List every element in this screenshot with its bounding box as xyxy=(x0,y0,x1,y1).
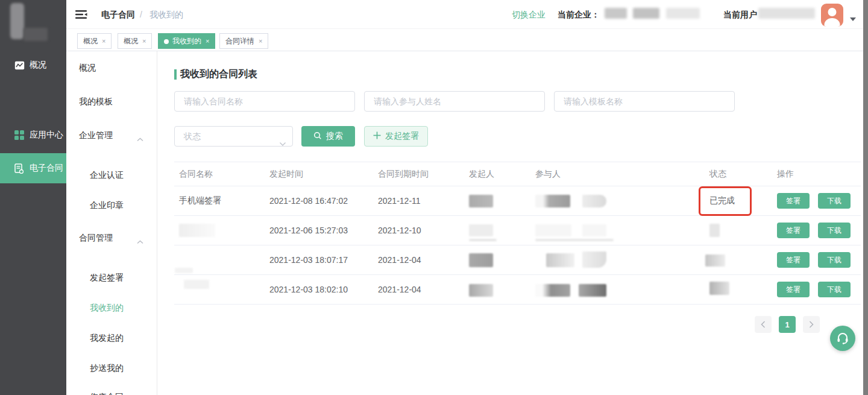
sign-button[interactable]: 签署 xyxy=(777,252,810,268)
user-avatar[interactable] xyxy=(821,4,843,27)
text-remnant-redacted xyxy=(535,239,614,241)
sidebar-item-label: 应用中心 xyxy=(30,130,63,141)
sign-button[interactable]: 签署 xyxy=(777,193,810,209)
status-redacted xyxy=(709,224,720,237)
module-nav-sidebar: 概况 我的模板 企业管理 企业认证 企业印章 合同管理 发起签署 我收到的 我发… xyxy=(66,51,157,395)
status-redacted xyxy=(705,254,725,267)
search-button-label: 搜索 xyxy=(326,131,343,142)
vertical-scrollbar[interactable] xyxy=(863,0,868,395)
col-header-start-time: 发起时间 xyxy=(269,169,303,180)
company-name-redacted xyxy=(666,8,700,19)
pagination-page-1[interactable]: 1 xyxy=(779,316,796,333)
download-button[interactable]: 下载 xyxy=(818,223,851,238)
sign-button[interactable]: 签署 xyxy=(777,282,810,297)
nav-item-cc-to-me[interactable]: 抄送我的 xyxy=(66,362,157,374)
nav-item-my-templates[interactable]: 我的模板 xyxy=(66,95,157,107)
sidebar-item-label: 电子合同 xyxy=(30,163,63,174)
nav-item-company-seal[interactable]: 企业印章 xyxy=(66,199,157,211)
title-accent-bar xyxy=(174,69,177,80)
contracts-table: 合同名称 发起时间 合同到期时间 发起人 参与人 状态 操作 手机端签署 202… xyxy=(174,162,861,305)
nav-label: 我的模板 xyxy=(79,96,113,106)
nav-label: 合同管理 xyxy=(79,233,113,242)
tab-overview-2[interactable]: 概况× xyxy=(118,33,152,49)
status-text: 已完成 xyxy=(709,195,735,206)
chevron-up-icon xyxy=(137,133,143,145)
participant-redacted xyxy=(582,251,606,268)
tab-overview-1[interactable]: 概况× xyxy=(77,33,112,49)
close-icon[interactable]: × xyxy=(259,37,262,45)
nav-group-contract-management[interactable]: 合同管理 xyxy=(66,232,157,244)
app-sidebar: 概况 应用中心 电子合同 xyxy=(0,0,66,395)
nav-item-initiated-by-me[interactable]: 我发起的 xyxy=(66,332,157,344)
search-button[interactable]: 搜索 xyxy=(301,126,355,147)
pagination-next-button[interactable] xyxy=(803,316,820,333)
nav-item-voided-contracts[interactable]: 作废合同 xyxy=(66,391,157,395)
nav-label: 我收到的 xyxy=(90,303,124,312)
initiator-redacted xyxy=(469,224,493,236)
download-button[interactable]: 下载 xyxy=(818,252,851,268)
switch-company-link[interactable]: 切换企业 xyxy=(512,10,546,21)
breadcrumb-current: 我收到的 xyxy=(149,10,183,21)
expire-time: 2021-12-10 xyxy=(378,226,421,235)
contract-name-redacted xyxy=(175,268,193,273)
collapse-menu-icon[interactable] xyxy=(75,10,87,22)
initiator-redacted xyxy=(469,284,493,297)
tab-label: 合同详情 xyxy=(225,37,254,45)
col-header-contract-name: 合同名称 xyxy=(179,169,213,180)
sidebar-item-label: 概况 xyxy=(30,60,46,71)
nav-label: 抄送我的 xyxy=(90,363,124,373)
nav-group-company-management[interactable]: 企业管理 xyxy=(66,129,157,141)
breadcrumb-separator: / xyxy=(140,10,142,19)
sidebar-item-overview[interactable]: 概况 xyxy=(0,52,66,78)
download-button[interactable]: 下载 xyxy=(818,193,851,209)
nav-item-received[interactable]: 我收到的 xyxy=(66,302,157,314)
status-select[interactable]: 状态 xyxy=(174,126,293,147)
user-menu-caret-icon[interactable] xyxy=(850,17,856,21)
nav-label: 概况 xyxy=(79,63,96,72)
chart-icon xyxy=(14,60,25,71)
chevron-up-icon xyxy=(137,235,143,247)
current-user-label: 当前用户 xyxy=(723,10,757,21)
chevron-down-icon xyxy=(279,134,286,153)
search-icon xyxy=(313,131,322,142)
nav-item-company-verify[interactable]: 企业认证 xyxy=(66,169,157,181)
template-name-input[interactable] xyxy=(554,91,735,112)
person-icon xyxy=(821,4,843,27)
company-name-redacted xyxy=(605,8,627,19)
logo-redacted-2 xyxy=(24,28,48,41)
nav-item-initiate-sign[interactable]: 发起签署 xyxy=(66,271,157,283)
initiate-sign-button[interactable]: 发起签署 xyxy=(364,126,428,147)
participant-redacted xyxy=(579,284,606,297)
participant-redacted xyxy=(582,195,606,207)
nav-label: 企业管理 xyxy=(79,130,113,140)
sidebar-item-econtract[interactable]: 电子合同 xyxy=(0,153,66,183)
participant-redacted xyxy=(535,284,570,297)
start-time: 2021-12-03 18:07:17 xyxy=(269,255,348,265)
start-time: 2021-12-08 16:47:02 xyxy=(269,196,348,206)
initiate-sign-label: 发起签署 xyxy=(385,131,419,142)
tab-contract-detail[interactable]: 合同详情× xyxy=(219,33,268,49)
logo-redacted xyxy=(10,3,24,39)
close-icon[interactable]: × xyxy=(142,37,146,45)
nav-label: 企业印章 xyxy=(90,200,124,210)
close-icon[interactable]: × xyxy=(206,37,209,45)
participant-name-input[interactable] xyxy=(364,91,545,112)
tab-label: 概况 xyxy=(83,37,98,45)
contract-name-redacted xyxy=(184,280,209,289)
plus-icon xyxy=(373,131,381,141)
customer-support-button[interactable] xyxy=(830,326,855,351)
tab-received-active[interactable]: 我收到的× xyxy=(158,33,215,49)
breadcrumb-root[interactable]: 电子合同 xyxy=(101,10,135,21)
sign-button[interactable]: 签署 xyxy=(777,223,810,238)
tab-label: 概况 xyxy=(124,37,138,45)
status-select-placeholder: 状态 xyxy=(184,131,201,141)
pagination-prev-button[interactable] xyxy=(755,316,772,333)
text-remnant-redacted xyxy=(469,239,497,241)
contract-name-input[interactable] xyxy=(174,91,355,112)
nav-item-overview[interactable]: 概况 xyxy=(66,62,157,74)
table-row: 2021-12-06 15:27:03 2021-12-10 签署 下载 xyxy=(174,216,861,245)
sidebar-item-app-center[interactable]: 应用中心 xyxy=(0,122,66,148)
nav-label: 发起签署 xyxy=(90,273,124,282)
download-button[interactable]: 下载 xyxy=(818,282,851,297)
close-icon[interactable]: × xyxy=(102,37,105,45)
